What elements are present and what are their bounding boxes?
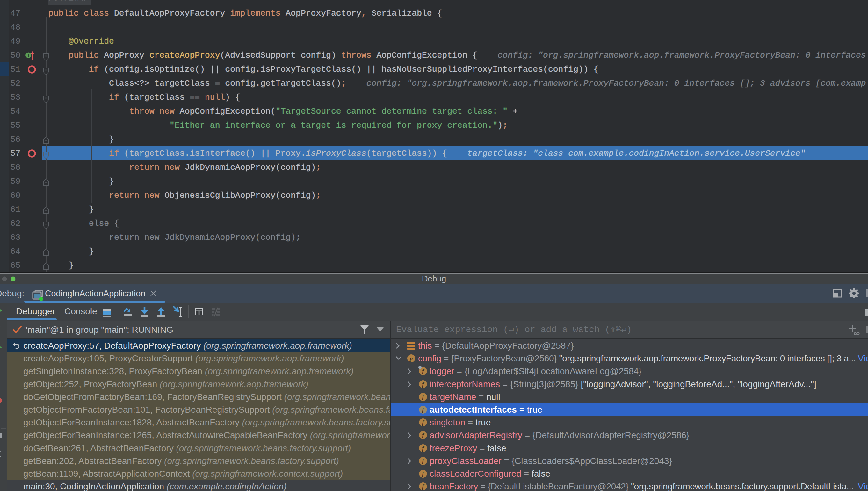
- svg-text:I: I: [27, 53, 29, 58]
- svg-text:p: p: [409, 355, 413, 362]
